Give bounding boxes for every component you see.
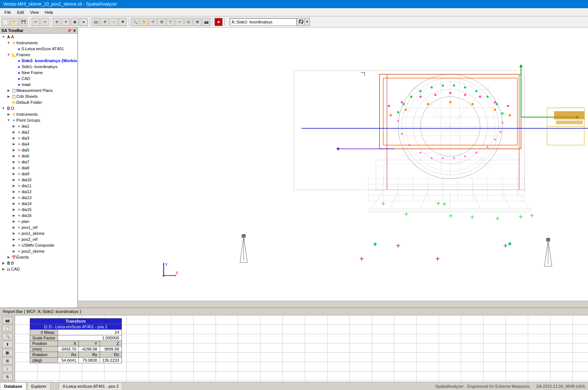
tree-item-plan[interactable]: ▶✦plan [0,218,77,224]
tree-item-measplans[interactable]: ▶ 📋 Measurement Plans [0,87,77,93]
coord-dropdown-button[interactable]: ▼ [305,18,310,26]
zoom-button[interactable]: 🔍 [131,18,139,26]
tree-item-usmn[interactable]: ▶✦USMN Composite [0,242,77,248]
tree-item-dia8[interactable]: ▶✦dia8 [0,165,77,171]
tree-item-dia7[interactable]: ▶✦dia7 [0,159,77,165]
tree-item-maal[interactable]: ● maal [0,81,77,87]
menu-view[interactable]: View [27,9,42,15]
tree-item-d[interactable]: ▼ D D [0,105,77,111]
point-button[interactable]: ✦ [62,18,70,26]
report-arrows-btn[interactable]: ⇅ [2,373,13,380]
frame-button[interactable]: ⊞ [158,18,166,26]
treebar-controls[interactable]: 📌 ✕ [67,29,76,33]
tree-item-dia4[interactable]: ▶✦dia4 [0,141,77,147]
menu-file[interactable]: File [1,9,14,15]
tree-item-dia3[interactable]: ▶✦dia3 [0,135,77,141]
tab-database-label: Database [4,384,22,389]
robot-button[interactable]: 🤖 [92,18,100,26]
expander-instruments-a[interactable]: ▼ [6,41,11,45]
svg-point-60 [449,101,451,103]
tree-item-leica-a[interactable]: ● 0-Leica emScon AT401 [0,46,77,52]
report-search-btn[interactable]: 🔍 [2,333,13,340]
tree-item-dia12[interactable]: ▶✦dia12 [0,189,77,195]
tree-item-cad-root[interactable]: ▶ 🗂 CAD [0,266,77,272]
tree-item-dia2[interactable]: ▶✦dia2 [0,129,77,135]
menu-help[interactable]: Help [42,9,56,15]
tree-item-pos2skinne[interactable]: ▶✦pos2_skinne [0,248,77,254]
menu-edit[interactable]: Edit [14,9,27,15]
label-dia11: dia11 [22,183,77,188]
rotate-button[interactable]: ↺ [149,18,157,26]
red-button[interactable]: ■ [214,18,223,26]
tab-database[interactable]: Database [0,382,26,390]
coord-go-button[interactable]: 🗘 [297,18,305,26]
save-button[interactable]: 💾 [19,18,28,26]
expander-cribsheets[interactable]: ▶ [6,95,11,98]
gear-button[interactable]: ⚙ [101,18,109,26]
tab-explorer[interactable]: Explorer [27,382,51,390]
tree-item-dia15[interactable]: ▶✦dia15 [0,207,77,212]
tree-item-instruments-d[interactable]: ▶ ⚙ Instruments [0,111,77,117]
tree-item-defaultfolder[interactable]: 📁 Default Folder [0,99,77,105]
tree-item-dia9[interactable]: ▶✦dia9 [0,171,77,177]
tree-item-frames-a[interactable]: ▼ 📐 Frames [0,52,77,58]
tree-item-cribsheets[interactable]: ▶ 📋 Crib Sheets [0,93,77,99]
tree-item-dia10[interactable]: ▶✦dia10 [0,177,77,183]
tree-item-side2[interactable]: ● Side2- koordinatsys {Working} [0,58,77,64]
undo-button[interactable]: ↩ [32,18,40,26]
viewport[interactable]: Y X [78,28,588,307]
camera-button[interactable]: 📷 [202,18,210,26]
tree-item-pos1ref[interactable]: ▶✦pos1_ref [0,224,77,230]
tree-item-pointgroups-d[interactable]: ▼ ✦ Point Groups [0,117,77,123]
redo-button[interactable]: ↪ [41,18,49,26]
expander-measplans[interactable]: ▶ [6,89,11,92]
tree-item-newframe[interactable]: ● New Frame [0,70,77,76]
tree-item-dia13[interactable]: ▶✦dia13 [0,195,77,201]
new-button[interactable]: 📄 [1,18,10,26]
expander-a[interactable]: ▼ [1,35,6,39]
tool2-button[interactable]: ✓ [175,18,184,26]
tree-item-cad-frame[interactable]: ● CAD [0,76,77,81]
tool1-button[interactable]: ▽ [167,18,175,26]
svg-point-116 [420,151,421,153]
tree-item-dia1[interactable]: ▶✦dia1 [0,123,77,129]
sphere-button[interactable]: ● [80,18,88,26]
expander-d[interactable]: ▼ [1,106,6,110]
tree-item-dia14[interactable]: ▶✦dia14 [0,201,77,207]
coord-input[interactable] [230,18,297,26]
svg-point-97 [243,234,245,236]
arrow-button[interactable]: ↕ [110,18,118,26]
treebar-close-icon[interactable]: ✕ [73,29,76,33]
label-measplans: Measurement Plans [16,88,77,93]
expander-frames-a[interactable]: ▼ [6,53,11,57]
report-camera-btn[interactable]: 📷 [2,317,13,324]
rx-value: 54.6041 [58,358,78,363]
tree-item-events[interactable]: ▶ 📅 Events [0,254,77,260]
tree-item-b[interactable]: ▶ B B [0,260,77,266]
cross-button[interactable]: ✚ [119,18,127,26]
expander-pointgroups-d[interactable]: ▼ [6,118,11,122]
tree-item-instruments-a[interactable]: ▼ ⚙ Instruments [0,40,77,46]
tree-item-dia16[interactable]: ▶✦dia16 [0,212,77,218]
tree-item-pos2ref[interactable]: ▶✦pos2_ref [0,236,77,242]
expander-instruments-d[interactable]: ▶ [6,112,11,116]
tab-instrument[interactable]: 0-Leica emScon AT401 - pos 2 [59,382,123,390]
report-table-btn[interactable]: ▦ [2,349,13,356]
report-pin-btn[interactable]: ↕ [2,365,13,373]
report-up-btn[interactable]: ⬆ [2,341,13,348]
treebar-pin-icon[interactable]: 📌 [67,29,71,33]
tree-item-dia5[interactable]: ▶✦dia5 [0,147,77,153]
tree-item-side1[interactable]: ● Side1- koordinatsys [0,64,77,70]
tree-item-dia11[interactable]: ▶✦dia11 [0,183,77,189]
report-copy2-btn[interactable]: ⊞ [2,357,13,364]
tree-item-pos1skinne[interactable]: ▶✦pos1_skinne [0,230,77,236]
tree-item-dia6[interactable]: ▶✦dia6 [0,153,77,159]
tree-item-a[interactable]: ▼ A A [0,34,77,40]
pan-button[interactable]: ✋ [140,18,148,26]
open-button[interactable]: 📂 [10,18,19,26]
report-copy-btn[interactable]: 📋 [2,325,13,332]
fit-button[interactable]: ◉ [71,18,79,26]
measure-button[interactable]: ⊕ [53,18,61,26]
tool4-button[interactable]: ⊠ [193,18,201,26]
tool3-button[interactable]: ⊡ [184,18,193,26]
